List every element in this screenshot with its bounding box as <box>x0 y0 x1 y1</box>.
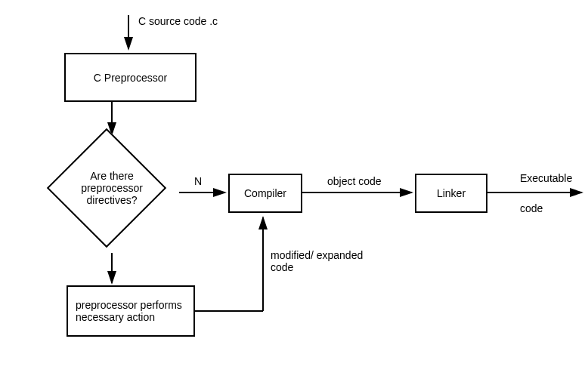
compiler-box: Compiler <box>228 174 302 213</box>
modified-code-label: modified/ expanded code <box>271 249 376 273</box>
action-text: preprocessor performs necessary action <box>76 299 190 323</box>
input-label: C source code .c <box>138 15 218 27</box>
decision-text: Are there preprocessor directives? <box>59 170 165 206</box>
preprocessor-box: C Preprocessor <box>64 53 197 102</box>
executable-label-top: Executable <box>520 172 572 184</box>
executable-label-bottom: code <box>520 202 543 214</box>
linker-box: Linker <box>415 174 487 213</box>
decision-no-label: N <box>194 175 202 187</box>
object-code-label: object code <box>327 175 382 187</box>
compiler-text: Compiler <box>244 187 286 199</box>
preprocessor-text: C Preprocessor <box>94 72 167 84</box>
action-box: preprocessor performs necessary action <box>67 285 195 337</box>
linker-text: Linker <box>437 187 466 199</box>
